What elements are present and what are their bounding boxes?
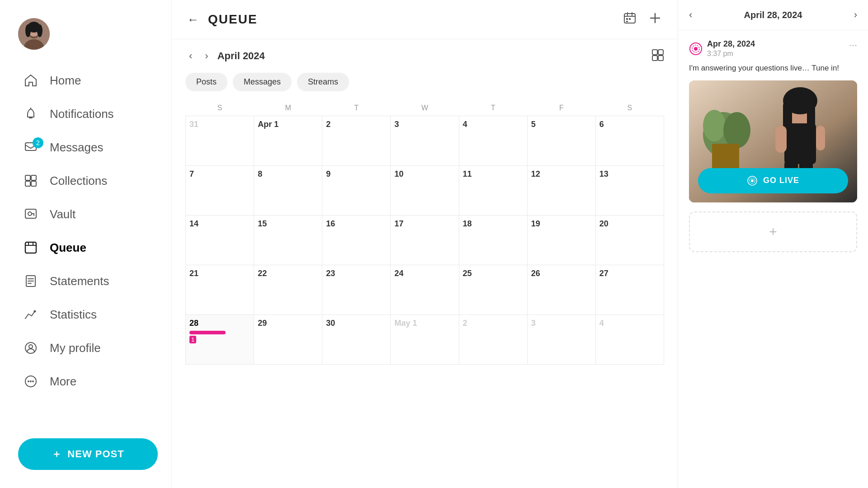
svg-rect-11 [31, 175, 36, 180]
svg-point-48 [694, 47, 698, 51]
calendar-cell[interactable]: 3 [391, 116, 459, 166]
messages-badge: 2 [33, 137, 43, 148]
sidebar-item-home[interactable]: Home [5, 64, 167, 97]
calendar-cell[interactable]: 14 [186, 216, 254, 265]
calendar-cell[interactable]: 11 [459, 166, 527, 216]
calendar-cell[interactable]: 23 [322, 265, 391, 315]
sidebar-item-messages[interactable]: Messages2 [5, 131, 167, 164]
page-title: QUEUE [208, 12, 258, 27]
svg-point-30 [28, 380, 29, 382]
svg-point-6 [37, 24, 42, 37]
calendar-cell[interactable]: 19 [527, 216, 595, 265]
sidebar-item-statistics[interactable]: Statistics [5, 298, 167, 331]
svg-point-15 [28, 212, 32, 216]
sidebar-item-label-more: More [50, 375, 76, 389]
calendar-cell[interactable]: 30 [322, 315, 391, 365]
calendar-cell[interactable]: 10 [391, 166, 459, 216]
calendar-cell[interactable]: May 1 [391, 315, 459, 365]
calendar-cell[interactable]: 8 [254, 166, 322, 216]
day-number: 2 [326, 120, 387, 129]
calendar-cell[interactable]: 18 [459, 216, 527, 265]
calendar-cell[interactable]: Apr 1 [254, 116, 322, 166]
calendar-cell[interactable]: 22 [254, 265, 322, 315]
svg-rect-18 [25, 242, 36, 253]
calendar-cell[interactable]: 2 [459, 315, 527, 365]
rp-prev-button[interactable]: ‹ [689, 9, 692, 21]
svg-rect-14 [25, 209, 36, 218]
svg-rect-37 [626, 18, 628, 20]
calendar-cell[interactable]: 4 [595, 315, 664, 365]
calendar-cell[interactable]: 4 [459, 116, 527, 166]
statistics-icon [23, 306, 39, 323]
sidebar-item-collections[interactable]: Collections [5, 164, 167, 197]
calendar-cell[interactable]: 2 [322, 116, 391, 166]
sidebar-item-vault[interactable]: Vault [5, 198, 167, 230]
sidebar-item-more[interactable]: More [5, 365, 167, 398]
day-number: 13 [599, 169, 660, 179]
filter-tab-streams[interactable]: Streams [297, 73, 349, 91]
calendar-day-header: F [527, 100, 595, 116]
sidebar-item-my-profile[interactable]: My profile [5, 332, 167, 364]
calendar-view-button[interactable] [621, 9, 639, 30]
calendar-view-toggle[interactable] [651, 48, 664, 64]
avatar[interactable] [18, 18, 50, 50]
day-number: 18 [463, 219, 524, 229]
day-number: 30 [326, 319, 387, 328]
calendar-cell[interactable]: 31 [186, 116, 254, 166]
day-number: 19 [531, 219, 592, 229]
prev-month-button[interactable]: ‹ [185, 48, 196, 64]
day-number: 12 [531, 169, 592, 179]
filter-tab-messages[interactable]: Messages [233, 73, 292, 91]
post-image: GO LIVE [689, 80, 857, 202]
go-live-button[interactable]: GO LIVE [698, 168, 848, 193]
profile-icon [23, 340, 39, 356]
day-number: 27 [599, 269, 660, 278]
calendar-cell[interactable]: 25 [459, 265, 527, 315]
add-post-card[interactable]: + [689, 211, 857, 252]
collection-icon [23, 173, 39, 189]
svg-point-5 [25, 24, 31, 37]
calendar-cell[interactable]: 13 [595, 166, 664, 216]
sidebar-item-label-queue: Queue [50, 241, 86, 255]
calendar-cell[interactable]: 5 [527, 116, 595, 166]
filter-tab-posts[interactable]: Posts [185, 73, 227, 91]
calendar-cell[interactable]: 7 [186, 166, 254, 216]
new-post-label: NEW POST [67, 448, 124, 460]
svg-point-28 [29, 345, 33, 348]
rp-date: April 28, 2024 [744, 10, 802, 20]
header-left: ← QUEUE [185, 11, 258, 28]
calendar-cell[interactable]: 3 [527, 315, 595, 365]
new-post-button[interactable]: ＋ NEW POST [18, 438, 158, 470]
right-panel-header: ‹ April 28, 2024 › [678, 0, 868, 30]
calendar-cell[interactable]: 26 [527, 265, 595, 315]
rp-next-button[interactable]: › [854, 9, 857, 21]
day-number: 4 [599, 319, 660, 328]
next-month-button[interactable]: › [201, 48, 212, 64]
calendar-cell[interactable]: 17 [391, 216, 459, 265]
sidebar-item-statements[interactable]: Statements [5, 265, 167, 297]
calendar-cell[interactable]: 9 [322, 166, 391, 216]
calendar-cell[interactable]: 12 [527, 166, 595, 216]
calendar-cell[interactable]: 21 [186, 265, 254, 315]
add-button[interactable] [646, 9, 664, 30]
calendar-cell[interactable]: 27 [595, 265, 664, 315]
calendar-cell[interactable]: 281 [186, 315, 254, 365]
day-number: 24 [394, 269, 455, 278]
calendar-month: April 2024 [217, 50, 265, 62]
sidebar-item-notifications[interactable]: Notifications [5, 98, 167, 130]
svg-rect-42 [652, 50, 657, 55]
calendar-cell[interactable]: 6 [595, 116, 664, 166]
calendar-cell[interactable]: 20 [595, 216, 664, 265]
filter-tabs: PostsMessagesStreams [185, 73, 664, 91]
svg-rect-39 [626, 21, 628, 22]
back-button[interactable]: ← [185, 11, 201, 28]
calendar-cell[interactable]: 29 [254, 315, 322, 365]
post-more-button[interactable]: ··· [849, 39, 857, 51]
calendar-cell[interactable]: 16 [322, 216, 391, 265]
navigation: HomeNotificationsMessages2CollectionsVau… [0, 63, 171, 429]
day-number: 3 [394, 120, 455, 129]
more-icon [23, 373, 39, 389]
sidebar-item-queue[interactable]: Queue [5, 231, 167, 264]
calendar-cell[interactable]: 15 [254, 216, 322, 265]
calendar-cell[interactable]: 24 [391, 265, 459, 315]
